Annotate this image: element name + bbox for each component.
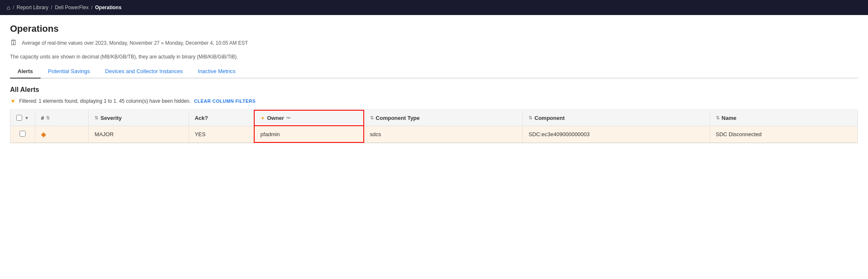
th-component-type: ⇅ Component Type [364,110,523,126]
td-component-type: sdcs [364,126,523,142]
th-name-sort-icon[interactable]: ⇅ [716,115,720,121]
th-component-label: Component [534,115,564,121]
th-owner-sort-icon[interactable]: ▼ [260,116,265,121]
owner-value: pfadmin [260,131,280,137]
clear-column-filters-button[interactable]: CLEAR COLUMN FILTERS [194,99,255,104]
select-all-checkbox[interactable] [16,115,22,121]
th-name: ⇅ Name [710,110,858,126]
th-component: ⇅ Component [523,110,710,126]
calendar-icon: 🗓 [10,38,18,47]
severity-value: MAJOR [94,131,114,137]
table-row: ◆ MAJOR YES pfadmin sdcs [10,126,858,142]
th-component-sort-icon[interactable]: ⇅ [528,115,532,121]
top-bar: ⌂ / Report Library / Dell PowerFlex / Op… [0,0,868,15]
th-owner-label: Owner [267,115,284,121]
alerts-table: ▼ # ⇅ ⇅ Severity [10,110,858,143]
major-severity-icon: ◆ [41,131,46,138]
tab-inactive-metrics[interactable]: Inactive Metrics [190,65,243,79]
all-alerts-title: All Alerts [10,86,858,94]
page-title: Operations [10,23,858,34]
breadcrumb: ⌂ / Report Library / Dell PowerFlex / Op… [7,4,122,11]
tab-potential-savings[interactable]: Potential Savings [41,65,97,79]
th-ack-label: Ack? [195,115,208,121]
alerts-table-wrapper: ▼ # ⇅ ⇅ Severity [10,109,858,143]
th-severity-sort-icon[interactable]: ⇅ [94,115,98,121]
td-number: ◆ [35,126,88,142]
th-component-type-sort-icon[interactable]: ⇅ [370,115,374,121]
ack-value: YES [195,131,206,137]
date-text: Average of real-time values over 2023, M… [22,40,248,46]
component-type-value: sdcs [370,131,381,137]
main-content: Operations 🗓 Average of real-time values… [0,15,868,152]
breadcrumb-dell-powerflex[interactable]: Dell PowerFlex [55,5,89,10]
filter-row: ▼ Filtered: 1 elements found, displaying… [10,98,858,104]
filter-icon: ▼ [10,98,16,104]
tabs-container: Alerts Potential Savings Devices and Col… [10,65,858,79]
th-number: # ⇅ [35,110,88,126]
date-row: 🗓 Average of real-time values over 2023,… [10,38,858,47]
alerts-section: All Alerts ▼ Filtered: 1 elements found,… [10,86,858,143]
breadcrumb-current: Operations [95,5,121,10]
name-value: SDC Disconnected [716,131,762,137]
tab-devices-collector[interactable]: Devices and Collector Instances [97,65,190,79]
row-checkbox[interactable] [20,131,26,137]
td-component: SDC:ec3e409000000003 [523,126,710,142]
tab-alerts[interactable]: Alerts [10,65,41,79]
td-checkbox [10,126,35,142]
th-number-sort-icon[interactable]: ⇅ [46,115,50,121]
table-header-row: ▼ # ⇅ ⇅ Severity [10,110,858,126]
breadcrumb-report-library[interactable]: Report Library [17,5,49,10]
checkbox-dropdown-icon[interactable]: ▼ [25,116,29,120]
notice-text: The capacity units are shown in decimal … [10,54,858,60]
th-owner: ▼ Owner ≔ [254,110,364,126]
td-ack: YES [189,126,254,142]
th-owner-lines-icon[interactable]: ≔ [286,115,291,121]
th-ack: Ack? [189,110,254,126]
th-number-label: # [41,115,44,121]
th-severity-label: Severity [100,115,122,121]
td-severity: MAJOR [89,126,189,142]
td-name: SDC Disconnected [710,126,858,142]
home-icon[interactable]: ⌂ [7,4,10,11]
td-owner: pfadmin [254,126,364,142]
th-component-type-label: Component Type [376,115,420,121]
th-checkbox: ▼ [10,110,35,126]
th-severity: ⇅ Severity [89,110,189,126]
filter-text: Filtered: 1 elements found, displaying 1… [19,98,191,104]
component-value: SDC:ec3e409000000003 [528,131,590,137]
th-name-label: Name [722,115,736,121]
